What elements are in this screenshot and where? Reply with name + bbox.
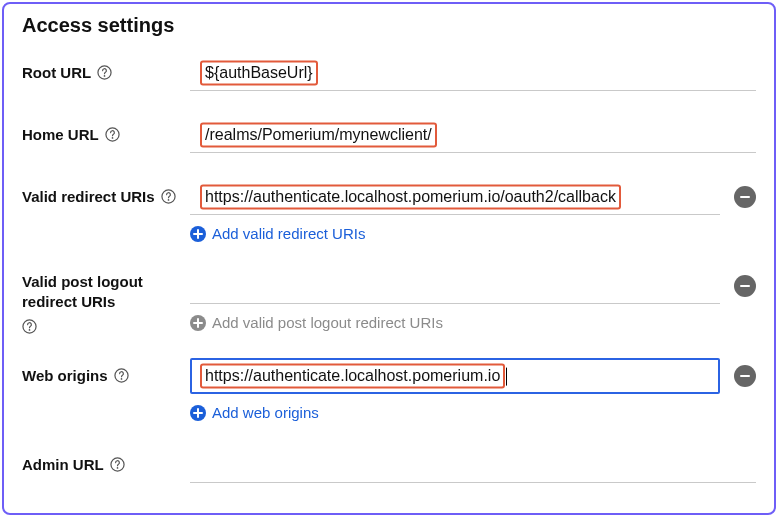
field-admin-url: Admin URL (22, 447, 756, 483)
label-home-url: Home URL (22, 117, 190, 145)
label-post-logout-redirect-uris: Valid post logout redirect URIs (22, 268, 190, 332)
help-icon[interactable] (110, 457, 125, 472)
plus-circle-icon (190, 405, 206, 421)
label-root-url: Root URL (22, 55, 190, 83)
remove-redirect-uri-button[interactable] (734, 186, 756, 208)
field-web-origins: Web origins https://authenticate.localho… (22, 358, 756, 421)
plus-circle-icon (190, 315, 206, 331)
field-post-logout-redirect-uris: Valid post logout redirect URIs Add vali… (22, 268, 756, 332)
add-post-logout-redirect-uri-button[interactable]: Add valid post logout redirect URIs (190, 314, 756, 331)
admin-url-input[interactable] (190, 447, 756, 483)
field-home-url: Home URL /realms/Pomerium/mynewclient/ (22, 117, 756, 153)
plus-circle-icon (190, 226, 206, 242)
valid-redirect-uri-input[interactable] (190, 179, 720, 215)
field-root-url: Root URL ${authBaseUrl} (22, 55, 756, 91)
web-origins-input[interactable] (190, 358, 720, 394)
help-icon[interactable] (105, 127, 120, 142)
add-web-origins-button[interactable]: Add web origins (190, 404, 756, 421)
add-valid-redirect-uri-button[interactable]: Add valid redirect URIs (190, 225, 756, 242)
post-logout-redirect-uri-input[interactable] (190, 268, 720, 304)
help-icon[interactable] (161, 189, 176, 204)
label-valid-redirect-uris: Valid redirect URIs (22, 179, 190, 207)
remove-web-origin-button[interactable] (734, 365, 756, 387)
root-url-input[interactable] (190, 55, 756, 91)
field-valid-redirect-uris: Valid redirect URIs https://authenticate… (22, 179, 756, 242)
label-admin-url: Admin URL (22, 447, 190, 475)
remove-post-logout-uri-button[interactable] (734, 275, 756, 297)
help-icon[interactable] (97, 65, 112, 80)
section-title: Access settings (22, 14, 756, 37)
help-icon[interactable] (114, 368, 129, 383)
access-settings-panel: Access settings Root URL ${authBaseUrl} … (2, 2, 776, 515)
home-url-input[interactable] (190, 117, 756, 153)
help-icon[interactable] (22, 319, 37, 334)
label-web-origins: Web origins (22, 358, 190, 386)
